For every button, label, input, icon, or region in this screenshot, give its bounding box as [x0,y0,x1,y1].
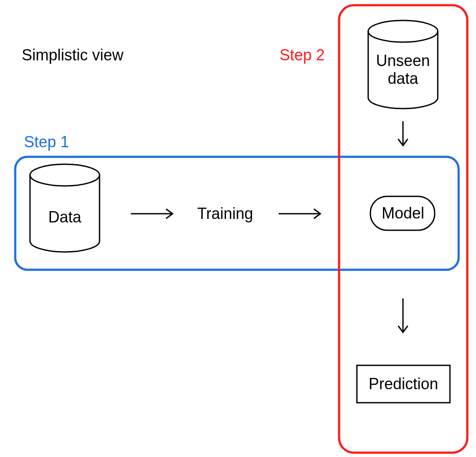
svg-point-1 [368,20,438,42]
arrow-training-to-model [279,209,320,219]
title-text: Simplistic view [22,46,123,64]
svg-point-0 [30,164,100,186]
arrow-unseen-to-model [398,121,408,146]
model-label: Model [382,204,424,222]
unseen-data-label: Unseen data [376,52,430,88]
data-label: Data [48,208,81,226]
diagram-canvas: Simplistic view Step 1 Step 2 Data Train… [0,0,476,457]
arrow-data-to-training [131,209,173,219]
arrow-model-to-prediction [398,298,408,332]
training-label: Training [197,205,253,222]
step2-label: Step 2 [280,46,325,64]
step1-label: Step 1 [24,133,69,151]
prediction-label: Prediction [369,375,438,393]
